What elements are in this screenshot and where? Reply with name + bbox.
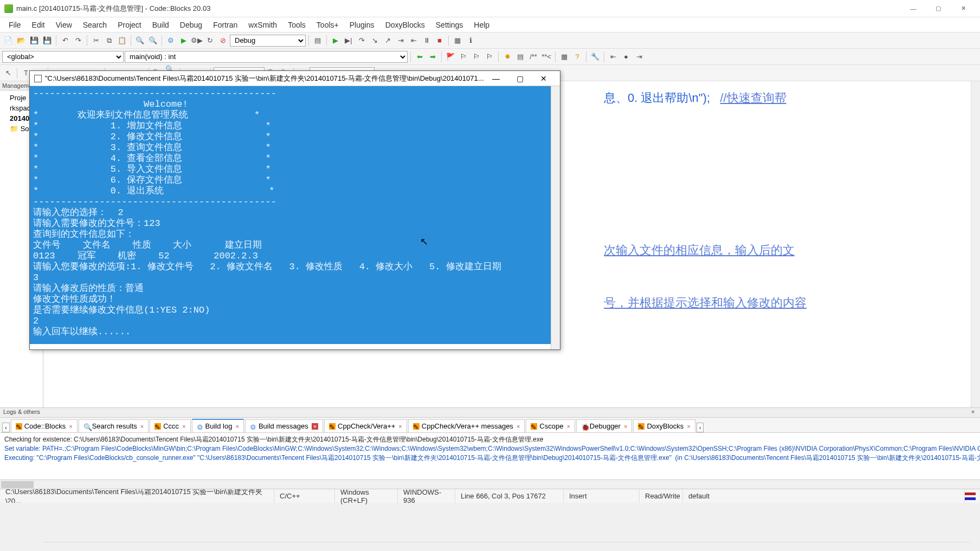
tab-build-messages[interactable]: ⚙Build messages× bbox=[245, 419, 323, 432]
close-icon[interactable]: × bbox=[235, 423, 238, 430]
jump-back-icon[interactable]: ⬅ bbox=[414, 51, 425, 63]
run-to-cursor-icon[interactable]: ▶| bbox=[343, 35, 354, 47]
bookmark-prev-icon[interactable]: 🏳 bbox=[457, 51, 469, 63]
logs-close-icon[interactable]: × bbox=[969, 409, 977, 417]
close-icon[interactable]: × bbox=[140, 423, 144, 430]
hscroll-thumb[interactable] bbox=[1, 481, 34, 488]
paste-icon[interactable]: 📋 bbox=[116, 35, 128, 47]
close-icon[interactable]: × bbox=[566, 423, 570, 430]
replace-icon[interactable]: 🔍 bbox=[147, 35, 159, 47]
console-minimize-button[interactable]: — bbox=[484, 72, 508, 86]
menu-plugins[interactable]: Plugins bbox=[344, 18, 380, 31]
doxy-config-icon[interactable]: 🔧 bbox=[589, 51, 601, 63]
next-line-icon[interactable]: ↷ bbox=[356, 35, 368, 47]
tab-search-results[interactable]: 🔍Search results× bbox=[79, 419, 149, 432]
bookmark-next-icon[interactable]: 🏳 bbox=[470, 51, 482, 63]
close-icon[interactable]: × bbox=[69, 423, 72, 430]
step-instr-icon[interactable]: ⇤ bbox=[408, 35, 420, 47]
menu-debug[interactable]: Debug bbox=[175, 18, 208, 31]
tab-cscope[interactable]: ✎Cscope× bbox=[526, 419, 575, 432]
stop-debug-icon[interactable]: ■ bbox=[434, 35, 446, 47]
minimize-button[interactable]: — bbox=[901, 1, 926, 17]
menu-wxsmith[interactable]: wxSmith bbox=[243, 18, 282, 31]
close-icon[interactable]: × bbox=[517, 423, 520, 430]
redo-icon[interactable]: ↷ bbox=[72, 35, 84, 47]
tab-cccc[interactable]: ✎Cccc× bbox=[150, 419, 190, 432]
menu-project[interactable]: Project bbox=[112, 18, 147, 31]
doxy-extract-icon[interactable]: ▤ bbox=[514, 51, 526, 63]
menu-doxyblocks[interactable]: DoxyBlocks bbox=[380, 18, 430, 31]
info-icon[interactable]: ℹ bbox=[465, 35, 476, 47]
bookmark-toggle-icon[interactable]: 🚩 bbox=[444, 51, 456, 63]
editor-hscroll[interactable] bbox=[43, 542, 970, 551]
undo-icon[interactable]: ↶ bbox=[59, 35, 71, 47]
find-icon[interactable]: 🔍 bbox=[134, 35, 146, 47]
menu-fortran[interactable]: Fortran bbox=[208, 18, 243, 31]
tabs-scroll-left-icon[interactable]: ‹ bbox=[2, 423, 10, 432]
menu-edit[interactable]: Edit bbox=[27, 18, 50, 31]
bottom-hscroll[interactable] bbox=[0, 479, 980, 489]
language-flag-icon[interactable] bbox=[965, 492, 976, 500]
step-out-icon[interactable]: ↗ bbox=[382, 35, 394, 47]
menu-search[interactable]: Search bbox=[78, 18, 112, 31]
break-icon[interactable]: ⏸ bbox=[421, 35, 433, 47]
menu-settings[interactable]: Settings bbox=[430, 18, 469, 31]
menu-help[interactable]: Help bbox=[468, 18, 495, 31]
abort-icon[interactable]: ⊘ bbox=[217, 35, 229, 47]
close-icon[interactable]: × bbox=[182, 423, 185, 430]
tab-debugger[interactable]: 🐞Debugger× bbox=[576, 419, 633, 432]
debug-windows-icon[interactable]: ▦ bbox=[452, 35, 463, 47]
doxy-line-icon[interactable]: **< bbox=[540, 51, 552, 63]
tabs-scroll-right-icon[interactable]: › bbox=[697, 423, 704, 432]
doxy-block-icon[interactable]: /** bbox=[527, 51, 539, 63]
open-file-icon[interactable]: 📂 bbox=[15, 35, 27, 47]
menu-view[interactable]: View bbox=[50, 18, 78, 31]
cut-icon[interactable]: ✂ bbox=[90, 35, 102, 47]
settings-icon[interactable]: ✸ bbox=[501, 51, 513, 63]
next-instr-icon[interactable]: ⇥ bbox=[395, 35, 407, 47]
menu-build[interactable]: Build bbox=[147, 18, 175, 31]
select-icon[interactable]: ↖ bbox=[2, 67, 14, 79]
scope-select[interactable]: <global> bbox=[2, 51, 124, 63]
console-titlebar[interactable]: "C:\Users\86183\Documents\Tencent Files\… bbox=[30, 71, 560, 86]
menu-tools[interactable]: Tools bbox=[282, 18, 311, 31]
close-icon[interactable]: × bbox=[398, 423, 402, 430]
console-vscroll[interactable] bbox=[551, 86, 560, 349]
close-button[interactable]: ✕ bbox=[951, 1, 976, 17]
build-log-output[interactable]: Checking for existence: C:\Users\86183\D… bbox=[0, 433, 980, 479]
build-run-icon[interactable]: ⚙▶ bbox=[191, 35, 203, 47]
close-icon[interactable]: × bbox=[312, 423, 318, 430]
new-file-icon[interactable]: 📄 bbox=[2, 35, 14, 47]
editor-vscroll[interactable] bbox=[971, 81, 980, 407]
rebuild-icon[interactable]: ↻ bbox=[204, 35, 216, 47]
debug-run-icon[interactable]: ▶ bbox=[330, 35, 341, 47]
doxy-run-icon[interactable]: ▦ bbox=[558, 51, 570, 63]
save-all-icon[interactable]: 💾 bbox=[41, 35, 53, 47]
tab-build-log[interactable]: ⚙Build log× bbox=[192, 419, 244, 432]
function-select[interactable]: main(void) : int bbox=[125, 51, 408, 63]
console-output[interactable]: ----------------------------------------… bbox=[30, 86, 560, 344]
menu-toolsplus[interactable]: Tools+ bbox=[311, 18, 344, 31]
menu-file[interactable]: File bbox=[3, 18, 27, 31]
run-icon[interactable]: ▶ bbox=[178, 35, 190, 47]
tab-doxyblocks[interactable]: ✎DoxyBlocks× bbox=[633, 419, 695, 432]
nav-back-icon[interactable]: ⇤ bbox=[607, 51, 619, 63]
console-maximize-button[interactable]: ▢ bbox=[508, 72, 532, 86]
nav-fwd-icon[interactable]: ⇥ bbox=[633, 51, 645, 63]
jump-fwd-icon[interactable]: ➡ bbox=[427, 51, 439, 63]
maximize-button[interactable]: ▢ bbox=[926, 1, 951, 17]
bookmark-clear-icon[interactable]: 🏳 bbox=[483, 51, 495, 63]
step-into-icon[interactable]: ↘ bbox=[369, 35, 381, 47]
build-icon[interactable]: ⚙ bbox=[165, 35, 177, 47]
show-targets-icon[interactable]: ▤ bbox=[312, 35, 324, 47]
tab-cppcheck-messages[interactable]: ✎CppCheck/Vera++ messages× bbox=[408, 419, 525, 432]
copy-icon[interactable]: ⧉ bbox=[103, 35, 115, 47]
nav-record-icon[interactable]: ● bbox=[620, 51, 632, 63]
doxy-chm-icon[interactable]: ? bbox=[571, 51, 583, 63]
tab-cppcheck[interactable]: ✎CppCheck/Vera++× bbox=[324, 419, 407, 432]
build-target-select[interactable]: Debug bbox=[230, 35, 306, 47]
tab-codeblocks[interactable]: ✎Code::Blocks× bbox=[11, 419, 78, 432]
close-icon[interactable]: × bbox=[687, 423, 690, 430]
close-icon[interactable]: × bbox=[624, 423, 627, 430]
console-close-button[interactable]: ✕ bbox=[532, 72, 556, 86]
